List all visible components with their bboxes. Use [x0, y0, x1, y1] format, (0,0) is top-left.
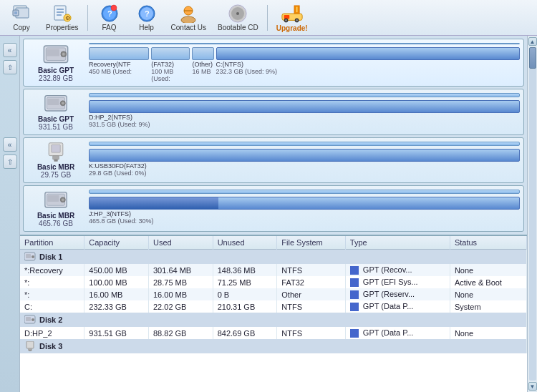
upgrade-icon: [281, 4, 304, 24]
faq-button[interactable]: ? FAQ: [91, 1, 128, 34]
scroll-down-btn[interactable]: ▼: [528, 382, 537, 391]
svg-rect-59: [29, 351, 32, 351]
upgrade-label: Upgrade!: [276, 24, 308, 32]
partition-block-other[interactable]: (Other) 16 MB: [192, 47, 213, 82]
row-unused: 148.36 MB: [213, 264, 277, 276]
svg-rect-50: [47, 195, 59, 202]
partition-block-jhp3[interactable]: J:HP_3(NTFS) 465.8 GB (Used: 30%): [89, 197, 520, 227]
hdd-icon-1: [42, 43, 69, 65]
partition-block-fat32[interactable]: (FAT32) 100 MB (Used:: [151, 47, 190, 82]
row-capacity: 16.00 MB: [84, 288, 149, 300]
scrollbar[interactable]: ▲ ▼: [527, 36, 537, 392]
scroll-thumb[interactable]: [529, 47, 536, 69]
type-badge: [350, 290, 359, 299]
partition-block-dhp2[interactable]: D:HP_2(NTFS) 931.5 GB (Used: 9%): [89, 100, 520, 131]
col-used: Used: [148, 236, 213, 250]
faq-icon: ?: [98, 4, 121, 23]
collapse-arrow-1[interactable]: «: [3, 43, 17, 57]
table-scroll-container[interactable]: Partition Capacity Used Unused File Syst…: [20, 236, 527, 392]
svg-text:?: ?: [145, 9, 150, 18]
disk-panel-right-4: J:HP_3(NTFS) 465.8 GB (Used: 30%): [89, 190, 520, 227]
svg-rect-5: [57, 9, 64, 10]
disk-group-1[interactable]: Disk 1: [20, 250, 527, 265]
copy-icon: [10, 4, 33, 23]
disk3-group-label: Disk 3: [39, 342, 62, 351]
bootable-label: Bootable CD: [218, 24, 258, 31]
disk-label-1: Basic GPT: [38, 67, 74, 74]
disk-size-4: 465.76 GB: [39, 220, 73, 227]
disk1-group-label: Disk 1: [39, 253, 62, 261]
row-type: GPT (Reserv...: [345, 288, 450, 300]
table-row[interactable]: *: 16.00 MB 16.00 MB 0 B Other GPT (Rese…: [20, 288, 527, 300]
contact-icon: [177, 4, 200, 23]
disk-label-4: Basic MBR: [37, 212, 74, 220]
svg-rect-7: [57, 14, 62, 16]
row-used: 28.75 MB: [148, 276, 213, 288]
disk-size-3: 29.75 GB: [41, 171, 71, 179]
row-partition: *:Recovery: [20, 264, 84, 276]
row-used: 301.64 MB: [148, 264, 213, 276]
hdd-icon-4: [42, 190, 69, 210]
disk2-small-icon: [24, 315, 36, 325]
partition-block-c[interactable]: C:(NTFS) 232.3 GB (Used: 9%): [216, 47, 520, 82]
help-button[interactable]: ? Help: [128, 1, 165, 34]
disk-size-1: 232.89 GB: [39, 74, 73, 82]
disk-panel-right-3: K:USB30FD(FAT32) 29.8 GB (Used: 0%): [89, 142, 520, 180]
row-status: Active & Boot: [450, 276, 526, 288]
svg-point-13: [111, 5, 117, 11]
disk-label-3: Basic MBR: [37, 163, 74, 171]
disk-panel-1: Basic GPT 232.89 GB Recovery(NTF 450 MB …: [23, 39, 524, 87]
svg-rect-43: [52, 144, 60, 152]
contact-button[interactable]: Contact Us: [165, 1, 212, 34]
collapse-arrow-2[interactable]: «: [3, 137, 17, 152]
row-fs: FAT32: [277, 276, 345, 288]
scroll-track[interactable]: [529, 47, 536, 381]
properties-button[interactable]: ⚙ Properties: [40, 1, 84, 34]
partition-table: Partition Capacity Used Unused File Syst…: [20, 235, 527, 392]
svg-rect-41: [47, 99, 59, 105]
disk-panels: Basic GPT 232.89 GB Recovery(NTF 450 MB …: [20, 36, 527, 235]
row-used: 22.02 GB: [148, 300, 213, 313]
disk-panel-left-2: Basic GPT 931.51 GB: [27, 93, 84, 131]
row-fs: NTFS: [277, 300, 345, 313]
row-status: None: [450, 288, 526, 300]
svg-point-29: [296, 19, 298, 21]
table-row[interactable]: D:HP_2 931.51 GB 88.82 GB 842.69 GB NTFS…: [20, 327, 527, 339]
svg-rect-3: [14, 11, 17, 14]
col-capacity: Capacity: [84, 236, 149, 250]
disk2-group-label: Disk 2: [39, 315, 62, 324]
row-capacity: 450.00 MB: [84, 264, 149, 276]
disk-panel-left-1: Basic GPT 232.89 GB: [27, 43, 84, 82]
table-row[interactable]: C: 232.33 GB 22.02 GB 210.31 GB NTFS GPT…: [20, 300, 527, 313]
row-partition: D:HP_2: [20, 327, 84, 339]
row-status: None: [450, 264, 526, 276]
col-filesystem: File System: [277, 236, 345, 250]
col-type: Type: [345, 236, 450, 250]
bootable-button[interactable]: Bootable CD: [212, 1, 264, 34]
disk3-small-icon: [24, 341, 36, 351]
table-row[interactable]: *:Recovery 450.00 MB 301.64 MB 148.36 MB…: [20, 264, 527, 276]
disk-group-2[interactable]: Disk 2: [20, 313, 527, 327]
table-body: Disk 1 *:Recovery 450.00 MB 301.64 MB 14…: [20, 250, 527, 354]
partition-block-kusb[interactable]: K:USB30FD(FAT32) 29.8 GB (Used: 0%): [89, 149, 520, 180]
scroll-up-1[interactable]: ⇧: [3, 60, 17, 74]
type-badge: [350, 278, 359, 287]
row-partition: *:: [20, 288, 84, 300]
table-row[interactable]: *: 100.00 MB 28.75 MB 71.25 MB FAT32 GPT…: [20, 276, 527, 288]
upgrade-button[interactable]: Upgrade!: [271, 1, 314, 34]
scroll-up-btn[interactable]: ▲: [528, 37, 537, 46]
svg-point-40: [62, 102, 64, 105]
scroll-up-2[interactable]: ⇧: [3, 155, 17, 169]
partition-block-recovery[interactable]: Recovery(NTF 450 MB (Used:: [89, 47, 149, 82]
copy-label: Copy: [13, 24, 29, 31]
row-used: 88.82 GB: [148, 327, 213, 339]
copy-button[interactable]: Copy: [3, 1, 40, 34]
main-area: « ⇧ « ⇧ Basic GPT 232.89 GB: [0, 36, 537, 392]
disk-size-2: 931.51 GB: [39, 123, 73, 131]
row-fs: NTFS: [277, 327, 345, 339]
svg-rect-53: [26, 254, 31, 258]
row-status: None: [450, 327, 526, 339]
row-unused: 210.31 GB: [213, 300, 277, 313]
disk-group-3[interactable]: Disk 3: [20, 339, 527, 353]
row-fs: NTFS: [277, 264, 345, 276]
